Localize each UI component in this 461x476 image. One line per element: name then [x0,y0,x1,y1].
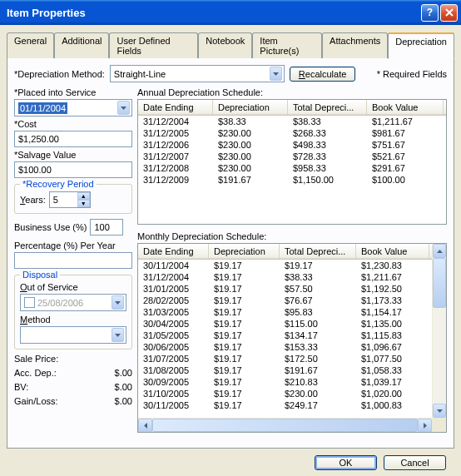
table-row[interactable]: 31/08/2005$19.17$191.67$1,058.33 [138,364,432,376]
window-title: Item Properties [7,7,421,19]
col-total-depreciation[interactable]: Total Depreci... [288,100,367,115]
table-row[interactable]: 31/12/2004$38.33$38.33$1,211.67 [138,116,446,127]
table-cell: $1,058.33 [356,364,429,376]
table-cell: $172.50 [280,353,356,364]
business-use-input[interactable]: 100 [90,219,123,236]
bv-label: BV: [14,382,28,392]
table-cell: $521.67 [367,151,444,162]
tab-item-pictures[interactable]: Item Picture(s) [252,32,322,58]
recalculate-button[interactable]: Recalculate [290,67,356,82]
table-row[interactable]: 31/12/2006$230.00$498.33$751.67 [138,139,446,151]
chevron-down-icon [270,67,282,81]
tab-notebook[interactable]: Notebook [198,32,252,58]
table-row[interactable]: 31/01/2005$19.17$57.50$1,192.50 [138,283,432,295]
table-cell: $19.17 [209,330,280,341]
table-row[interactable]: 31/12/2007$230.00$728.33$521.67 [138,151,446,162]
disposal-method-select[interactable] [20,326,126,344]
table-cell: $291.67 [367,162,444,174]
out-of-service-date[interactable]: 25/08/2006 [20,294,126,311]
table-cell: 30/11/2004 [138,260,209,271]
table-cell: 31/07/2005 [138,353,209,364]
cancel-button[interactable]: Cancel [384,455,446,470]
placed-into-service-label: *Placed into Service [14,87,132,97]
scroll-down-icon[interactable] [433,404,446,418]
spin-down-icon[interactable]: ▼ [77,200,90,207]
table-cell: 31/12/2005 [138,127,213,139]
years-spinner[interactable]: 5 ▲ ▼ [49,191,91,208]
col-date-ending[interactable]: Date Ending [138,100,213,115]
table-row[interactable]: 30/11/2005$19.17$249.17$1,000.83 [138,399,432,411]
acc-dep-label: Acc. Dep.: [14,368,57,378]
tab-general[interactable]: General [7,32,54,58]
close-button[interactable] [440,4,458,22]
table-cell: $230.00 [213,139,288,151]
col-total-depreciation[interactable]: Total Depreci... [280,244,356,259]
table-cell: $751.67 [367,139,444,151]
table-cell: 31/05/2005 [138,330,209,341]
table-row[interactable]: 28/02/2005$19.17$76.67$1,173.33 [138,295,432,306]
table-cell: $19.17 [209,318,280,330]
table-row[interactable]: 31/05/2005$19.17$134.17$1,115.83 [138,330,432,341]
table-row[interactable]: 31/12/2009$191.67$1,150.00$100.00 [138,174,446,186]
depreciation-method-select[interactable]: Straight-Line [110,65,285,82]
col-book-value[interactable]: Book Value [356,244,429,259]
tab-user-defined-fields[interactable]: User Defined Fields [109,32,198,58]
horizontal-scrollbar[interactable] [138,418,432,432]
out-of-service-checkbox[interactable] [24,297,35,308]
table-row[interactable]: 31/10/2005$19.17$230.00$1,020.00 [138,388,432,399]
scroll-right-icon[interactable] [418,419,432,432]
table-row[interactable]: 30/04/2005$19.17$115.00$1,135.00 [138,318,432,330]
col-date-ending[interactable]: Date Ending [138,244,209,259]
years-label: Years: [20,195,46,205]
depreciation-method-label: *Depreciation Method: [14,69,105,79]
gain-loss-label: Gain/Loss: [14,396,58,406]
table-row[interactable]: 31/03/2005$19.17$95.83$1,154.17 [138,306,432,318]
tab-strip: General Additional User Defined Fields N… [7,32,454,58]
scroll-thumb[interactable] [433,258,446,308]
table-row[interactable]: 30/06/2005$19.17$153.33$1,096.67 [138,341,432,353]
spin-up-icon[interactable]: ▲ [77,192,90,200]
disposal-method-label: Method [20,315,126,325]
table-cell: $100.00 [367,174,444,186]
tab-additional[interactable]: Additional [54,32,109,58]
col-depreciation[interactable]: Depreciation [209,244,280,259]
table-row[interactable]: 31/12/2008$230.00$958.33$291.67 [138,162,446,174]
monthly-grid-body: 30/11/2004$19.17$19.17$1,230.8331/12/200… [138,260,432,418]
monthly-schedule-grid[interactable]: Date Ending Depreciation Total Depreci..… [137,243,447,433]
col-depreciation[interactable]: Depreciation [213,100,288,115]
table-cell: 28/02/2005 [138,295,209,306]
tab-attachments[interactable]: Attachments [322,32,388,58]
table-row[interactable]: 31/12/2005$230.00$268.33$981.67 [138,127,446,139]
table-cell: $230.00 [213,162,288,174]
table-cell: $19.17 [209,295,280,306]
scroll-up-icon[interactable] [433,244,446,258]
table-row[interactable]: 31/07/2005$19.17$172.50$1,077.50 [138,353,432,364]
table-cell: 30/04/2005 [138,318,209,330]
annual-grid-header: Date Ending Depreciation Total Depreci..… [138,100,446,116]
table-cell: $1,211.67 [356,271,429,283]
table-row[interactable]: 31/12/2004$19.17$38.33$1,211.67 [138,271,432,283]
vertical-scrollbar[interactable] [432,244,446,432]
percentage-per-year-label: Percentage (%) Per Year [14,240,132,250]
table-cell: $1,077.50 [356,353,429,364]
table-cell: 31/03/2005 [138,306,209,318]
table-row[interactable]: 30/11/2004$19.17$19.17$1,230.83 [138,260,432,271]
scroll-thumb[interactable] [152,419,418,432]
scroll-left-icon[interactable] [138,419,152,432]
tab-depreciation[interactable]: Depreciation [388,32,454,59]
percentage-per-year-input[interactable] [14,252,132,269]
disposal-title: Disposal [20,270,60,280]
table-cell: $115.00 [280,318,356,330]
ok-button[interactable]: OK [315,455,377,470]
col-book-value[interactable]: Book Value [367,100,444,115]
table-cell: $19.17 [280,260,356,271]
table-row[interactable]: 30/09/2005$19.17$210.83$1,039.17 [138,376,432,388]
placed-into-service-date[interactable]: 01/11/2004 [14,99,132,117]
table-cell: 30/09/2005 [138,376,209,388]
bv-value: $.00 [115,382,132,392]
cost-input[interactable]: $1,250.00 [14,131,132,147]
salvage-value-input[interactable]: $100.00 [14,161,132,178]
annual-schedule-grid[interactable]: Date Ending Depreciation Total Depreci..… [137,99,447,225]
help-button[interactable]: ? [421,4,439,22]
disposal-group: Disposal Out of Service 25/08/2006 Metho… [14,275,132,350]
